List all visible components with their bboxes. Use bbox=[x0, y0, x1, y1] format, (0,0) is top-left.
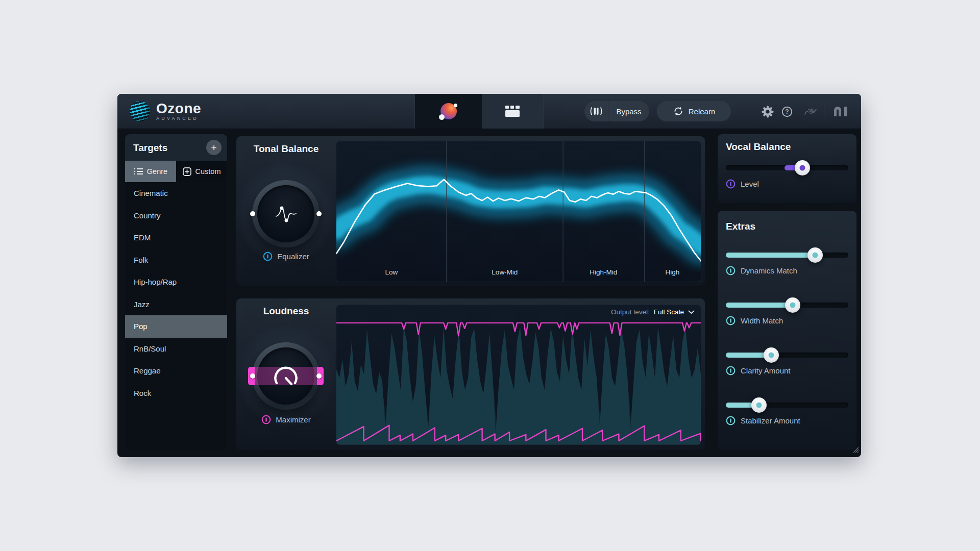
maximizer-label-text: Maximizer bbox=[276, 415, 310, 424]
genre-item-reggae[interactable]: Reggae bbox=[125, 360, 227, 382]
app-name: Ozone bbox=[156, 102, 201, 115]
maximizer-knob[interactable] bbox=[252, 342, 320, 410]
help-icon[interactable]: ? bbox=[781, 106, 793, 118]
loudness-chart[interactable]: Output level: Full Scale bbox=[336, 305, 701, 445]
ozone-sphere-icon bbox=[130, 101, 150, 121]
eq-curve-icon bbox=[273, 202, 299, 226]
svg-text:Low-Mid: Low-Mid bbox=[492, 268, 518, 276]
svg-text:High-Mid: High-Mid bbox=[590, 268, 617, 276]
vocal-balance-title: Vocal Balance bbox=[726, 141, 791, 153]
bypass-label: Bypass bbox=[608, 107, 649, 116]
tonal-balance-chart[interactable]: LowLow-MidHigh-MidHigh bbox=[336, 141, 701, 282]
tab-master-view[interactable] bbox=[414, 94, 482, 129]
output-level-value[interactable]: Full Scale bbox=[654, 308, 684, 316]
slider-thumb[interactable] bbox=[795, 160, 810, 176]
vocal-balance-panel: Vocal Balance Level bbox=[718, 134, 856, 203]
bypass-button[interactable]: Bypass bbox=[584, 101, 649, 121]
equalizer-label-text: Equalizer bbox=[277, 252, 309, 261]
ozone-plugin-window: Ozone ADVANCED Bypass bbox=[117, 94, 861, 457]
ozone-logo: Ozone ADVANCED bbox=[130, 101, 201, 121]
tab-custom-label: Custom bbox=[195, 167, 221, 176]
knob-handle-left[interactable] bbox=[250, 373, 255, 379]
genre-item-pop[interactable]: Pop bbox=[125, 315, 227, 338]
module-toggle-icon[interactable] bbox=[726, 179, 736, 189]
tonal-balance-title: Tonal Balance bbox=[236, 143, 336, 155]
relearn-button[interactable]: Relearn bbox=[657, 101, 731, 121]
relearn-label: Relearn bbox=[689, 107, 716, 116]
tonal-balance-panel: Tonal Balance Equalizer LowLow-MidHigh-M… bbox=[236, 136, 705, 286]
targets-panel: Targets + Genre Custom bbox=[125, 134, 227, 450]
maximizer-module-label: Maximizer bbox=[236, 415, 336, 424]
loudness-panel: Loudness Maximizer Output level: Full Sc… bbox=[236, 298, 705, 450]
slider-thumb[interactable] bbox=[764, 347, 779, 363]
add-square-icon bbox=[183, 167, 191, 176]
relearn-refresh-icon bbox=[673, 106, 684, 117]
slider-label-width-match: Width Match bbox=[726, 316, 783, 325]
genre-item-edm[interactable]: EDM bbox=[125, 227, 227, 249]
slider-fill bbox=[726, 303, 793, 308]
list-icon bbox=[134, 168, 143, 175]
master-sphere-icon bbox=[440, 103, 457, 119]
slider-thumb[interactable] bbox=[751, 397, 767, 413]
slider-thumb[interactable] bbox=[785, 297, 800, 313]
genre-item-country[interactable]: Country bbox=[125, 205, 227, 227]
slider-label-stabilizer-amount: Stabilizer Amount bbox=[726, 416, 800, 425]
history-scribble-icon[interactable] bbox=[803, 106, 819, 118]
genre-item-cinematic[interactable]: Cinematic bbox=[125, 182, 227, 205]
loudness-title: Loudness bbox=[236, 306, 336, 317]
tab-genre[interactable]: Genre bbox=[125, 161, 176, 182]
genre-item-hip-hop-rap[interactable]: Hip-hop/Rap bbox=[125, 271, 227, 293]
svg-text:?: ? bbox=[785, 108, 789, 115]
knob-handle-right[interactable] bbox=[316, 211, 322, 216]
targets-title: Targets bbox=[133, 142, 167, 154]
slider-label-clarity-amount: Clarity Amount bbox=[726, 366, 791, 375]
slider-track[interactable] bbox=[726, 403, 848, 408]
equalizer-knob[interactable] bbox=[252, 180, 320, 247]
module-toggle-icon[interactable] bbox=[726, 366, 736, 375]
topbar-divider bbox=[824, 105, 824, 117]
gear-icon[interactable] bbox=[762, 106, 774, 118]
genre-item-rock[interactable]: Rock bbox=[125, 382, 227, 405]
genre-item-rnb-soul[interactable]: RnB/Soul bbox=[125, 338, 227, 360]
extras-title: Extras bbox=[726, 221, 755, 232]
knob-handle-right[interactable] bbox=[316, 373, 322, 379]
tab-modules-view[interactable] bbox=[482, 94, 544, 129]
gauge-icon bbox=[272, 365, 300, 387]
slider-track[interactable] bbox=[726, 303, 848, 308]
output-level-row: Output level: Full Scale bbox=[611, 308, 695, 316]
app-edition: ADVANCED bbox=[156, 116, 201, 121]
equalizer-module-label: Equalizer bbox=[236, 252, 336, 261]
output-level-label: Output level: bbox=[611, 308, 650, 316]
tab-custom[interactable]: Custom bbox=[176, 161, 227, 182]
top-bar: Ozone ADVANCED Bypass bbox=[117, 94, 861, 129]
genre-item-jazz[interactable]: Jazz bbox=[125, 293, 227, 316]
module-toggle-icon[interactable] bbox=[726, 266, 736, 276]
add-target-button[interactable]: + bbox=[206, 140, 222, 155]
equalizer-toggle-icon[interactable] bbox=[263, 252, 273, 261]
tab-genre-label: Genre bbox=[147, 167, 167, 176]
slider-track[interactable] bbox=[726, 253, 848, 258]
svg-text:Low: Low bbox=[385, 268, 398, 276]
genre-list: CinematicCountryEDMFolkHip-hop/RapJazzPo… bbox=[125, 182, 227, 450]
slider-track[interactable] bbox=[726, 165, 848, 170]
knob-handle-left[interactable] bbox=[250, 211, 255, 216]
svg-text:High: High bbox=[665, 268, 679, 276]
slider-label-dynamics-match: Dynamics Match bbox=[726, 266, 797, 276]
ni-logo[interactable] bbox=[831, 106, 851, 118]
meter-icon[interactable] bbox=[584, 101, 608, 121]
slider-thumb[interactable] bbox=[807, 247, 823, 263]
genre-item-folk[interactable]: Folk bbox=[125, 249, 227, 271]
modules-icon bbox=[505, 105, 520, 117]
targets-tabs: Genre Custom bbox=[125, 161, 227, 182]
chevron-down-icon[interactable] bbox=[688, 310, 695, 314]
extras-panel: Extras Dynamics MatchWidth MatchClarity … bbox=[718, 211, 856, 450]
slider-fill bbox=[726, 253, 815, 258]
resize-grip[interactable] bbox=[851, 445, 859, 455]
module-toggle-icon[interactable] bbox=[726, 416, 736, 425]
module-toggle-icon[interactable] bbox=[726, 316, 736, 325]
slider-track[interactable] bbox=[726, 353, 848, 358]
maximizer-toggle-icon[interactable] bbox=[261, 415, 271, 424]
slider-label-level: Level bbox=[726, 179, 759, 189]
